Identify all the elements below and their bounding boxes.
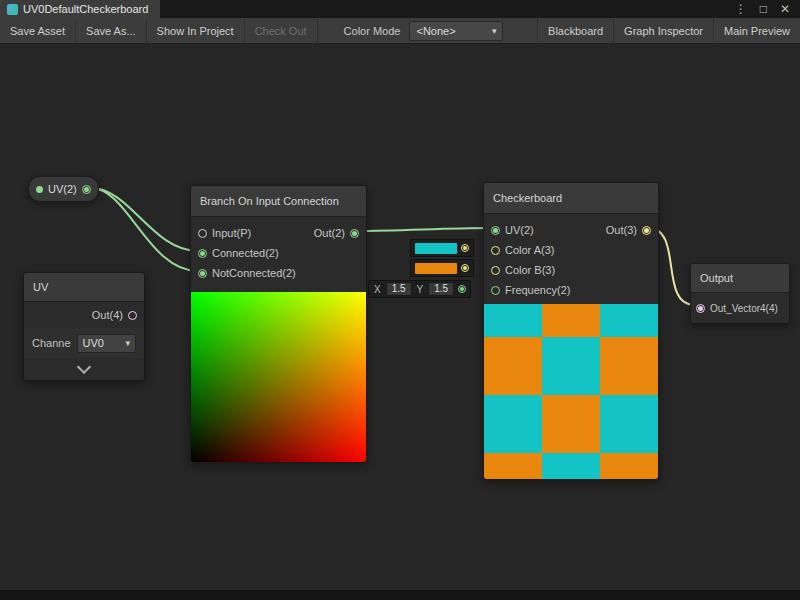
input-p-port[interactable]: [198, 229, 207, 238]
collapse-toggle[interactable]: [24, 358, 144, 380]
frequency-x-input[interactable]: 1.5: [386, 282, 412, 296]
check-out-button: Check Out: [245, 18, 318, 43]
port-row-uv-out: Out(4): [24, 302, 144, 328]
node-title: Checkerboard: [484, 183, 658, 214]
color-b-widget-dot[interactable]: [461, 264, 469, 272]
port-row-out-vector4: Out_Vector4(4): [691, 293, 789, 323]
checkerboard-uv-port[interactable]: [491, 226, 500, 235]
frequency-port[interactable]: [491, 286, 500, 295]
color-mode-dropdown[interactable]: <None> ▾: [409, 21, 503, 41]
color-b-port[interactable]: [491, 266, 500, 275]
save-asset-button[interactable]: Save Asset: [0, 18, 76, 43]
color-b-swatch[interactable]: [415, 263, 457, 274]
checkerboard-node[interactable]: Checkerboard UV(2) Color A(3) Color B(3)…: [483, 182, 659, 480]
color-b-field[interactable]: [410, 259, 474, 277]
branch-node-preview: [191, 292, 366, 462]
output-node[interactable]: Output Out_Vector4(4): [690, 263, 790, 324]
port-row-branch-out: Out(2): [307, 223, 366, 243]
node-title: UV: [24, 273, 144, 302]
tab-title: UV0DefaultCheckerboard: [23, 3, 148, 15]
show-in-project-button[interactable]: Show In Project: [147, 18, 245, 43]
window-tab-bar: UV0DefaultCheckerboard ⋮ □ ✕: [0, 0, 800, 18]
color-a-swatch[interactable]: [415, 243, 457, 254]
node-title: Output: [691, 264, 789, 293]
channel-label: Channe: [32, 337, 71, 349]
branch-on-input-connection-node[interactable]: Branch On Input Connection Input(P) Conn…: [190, 185, 367, 463]
channel-value: UV0: [83, 337, 104, 349]
toolbar-right-group: Blackboard Graph Inspector Main Preview: [537, 18, 800, 43]
window-bottom-strip: [0, 590, 800, 600]
shader-graph-icon: [7, 4, 18, 15]
graph-canvas[interactable]: UV(2) Branch On Input Connection Input(P…: [0, 44, 800, 590]
chevron-down-icon: ▾: [492, 26, 497, 36]
port-row-connected: Connected(2): [191, 243, 366, 263]
chevron-down-icon: [77, 359, 91, 373]
port-row-color-b: Color B(3): [484, 260, 658, 280]
kebab-menu-icon[interactable]: ⋮: [735, 0, 747, 18]
uv-property-node[interactable]: UV(2): [28, 176, 99, 202]
channel-control: Channe UV0 ▾: [24, 328, 144, 358]
window-controls: ⋮ □ ✕: [735, 0, 800, 18]
frequency-field[interactable]: X 1.5 Y 1.5: [368, 280, 471, 298]
frequency-y-input[interactable]: 1.5: [428, 282, 454, 296]
color-mode-value: <None>: [416, 25, 455, 37]
color-a-field[interactable]: [410, 239, 474, 257]
close-icon[interactable]: ✕: [780, 0, 790, 18]
graph-tab[interactable]: UV0DefaultCheckerboard: [0, 0, 160, 18]
notconnected-port[interactable]: [198, 269, 207, 278]
save-as-button[interactable]: Save As...: [76, 18, 147, 43]
frequency-widget-dot[interactable]: [458, 285, 466, 293]
branch-out-port[interactable]: [350, 229, 359, 238]
color-mode-label: Color Mode: [344, 25, 401, 37]
color-a-widget-dot[interactable]: [461, 244, 469, 252]
chevron-down-icon: ▾: [125, 338, 130, 348]
graph-inspector-button[interactable]: Graph Inspector: [613, 18, 713, 43]
port-row-checkerboard-out: Out(3): [599, 220, 658, 240]
uv-property-output-port[interactable]: [82, 185, 91, 194]
property-dot: [36, 186, 43, 193]
out-vector4-port[interactable]: [696, 304, 705, 313]
port-row-frequency: Frequency(2): [484, 280, 658, 300]
blackboard-button[interactable]: Blackboard: [537, 18, 613, 43]
edge-uv-to-connected[interactable]: [91, 188, 198, 251]
uv-out-port[interactable]: [128, 311, 137, 320]
checkerboard-preview: [484, 304, 658, 479]
frequency-y-label: Y: [416, 284, 425, 295]
channel-dropdown[interactable]: UV0 ▾: [77, 334, 136, 353]
port-row-notconnected: NotConnected(2): [191, 263, 366, 283]
edge-branch-out-to-checkerboard-uv[interactable]: [356, 228, 490, 231]
color-mode-group: Color Mode <None> ▾: [344, 18, 504, 43]
shader-graph-window: UV0DefaultCheckerboard ⋮ □ ✕ Save Asset …: [0, 0, 800, 600]
uv-node[interactable]: UV Out(4) Channe UV0 ▾: [23, 272, 145, 381]
node-title: Branch On Input Connection: [191, 186, 366, 217]
color-a-port[interactable]: [491, 246, 500, 255]
frequency-x-label: X: [373, 284, 382, 295]
connected-port[interactable]: [198, 249, 207, 258]
toolbar: Save Asset Save As... Show In Project Ch…: [0, 18, 800, 44]
checkerboard-out-port[interactable]: [642, 226, 651, 235]
uv-property-label: UV(2): [48, 183, 77, 195]
main-preview-button[interactable]: Main Preview: [713, 18, 800, 43]
edge-uv-to-notconnected[interactable]: [91, 188, 198, 271]
maximize-icon[interactable]: □: [760, 0, 767, 18]
port-row-color-a: Color A(3): [484, 240, 658, 260]
